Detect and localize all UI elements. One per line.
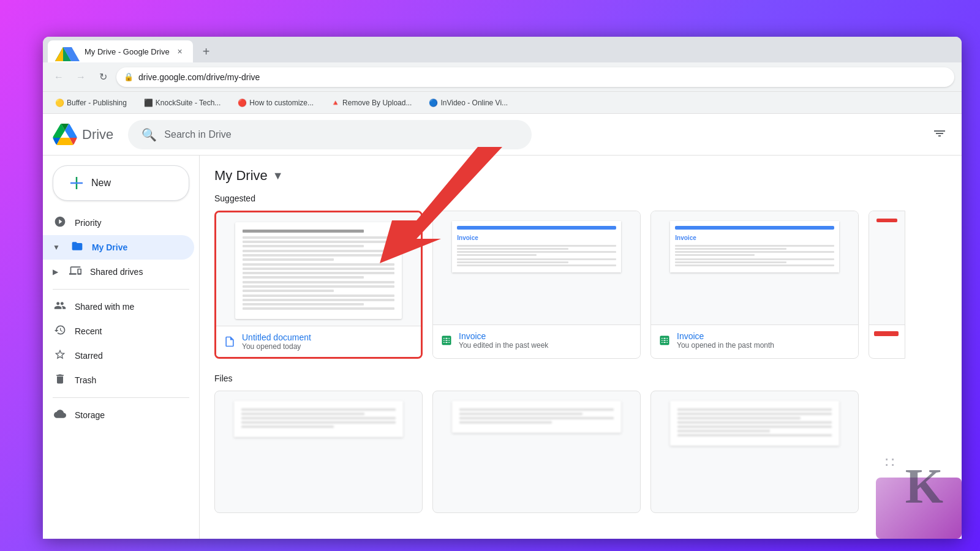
files-grid: [214, 391, 947, 513]
breadcrumb-chevron[interactable]: ▼: [273, 170, 284, 182]
filter-icon[interactable]: [927, 121, 952, 148]
bookmarks-bar: 🟡 Buffer - Publishing ⬛ KnockSuite - Tec…: [43, 92, 962, 114]
file-card-invoice-1[interactable]: Invoice: [432, 211, 641, 359]
bookmark-label-2: How to customize...: [249, 99, 314, 107]
shared-drives-chevron: ▶: [53, 268, 58, 276]
sheets-type-icon-1: [440, 334, 453, 347]
partial-thumbnail: [869, 211, 905, 324]
invoice-preview-2: Invoice: [670, 221, 839, 272]
trash-icon: [53, 373, 67, 388]
recent-icon: [53, 324, 67, 339]
search-bar[interactable]: 🔍 Search in Drive: [128, 120, 531, 149]
sidebar-divider: [53, 289, 189, 290]
file-card-untitled-doc[interactable]: Untitled document You opened today: [214, 211, 423, 359]
files-section-label: Files: [214, 373, 947, 383]
drive-header: Drive 🔍 Search in Drive: [43, 114, 962, 156]
bookmark-label-1: KnockSuite - Tech...: [156, 99, 221, 107]
new-button-label: New: [91, 178, 111, 189]
doc-preview-0: [235, 222, 402, 319]
bookmark-favicon-4: 🔵: [429, 99, 438, 107]
invoice-preview-1: Invoice: [452, 221, 620, 272]
bookmark-item-0[interactable]: 🟡 Buffer - Publishing: [50, 96, 132, 110]
my-drive-icon: [70, 240, 85, 255]
file-info-0: Untitled document You opened today: [216, 326, 421, 357]
bookmark-item-3[interactable]: 🔺 Remove By Upload...: [326, 96, 417, 110]
sidebar-item-label-starred: Starred: [75, 351, 103, 361]
files-section: Files: [214, 373, 947, 513]
new-button[interactable]: New: [53, 165, 189, 201]
tab-close-button[interactable]: ×: [175, 46, 186, 57]
blurred-doc-2: [670, 401, 839, 446]
file-info-1: Invoice You edited in the past week: [433, 324, 640, 356]
url-bar[interactable]: 🔒 drive.google.com/drive/my-drive: [116, 67, 954, 87]
file-info-2: Invoice You opened in the past month: [651, 324, 858, 356]
tab-favicon: [55, 40, 80, 63]
shared-drives-icon: [68, 264, 83, 280]
sidebar: New Priority ▼: [43, 156, 200, 539]
tab-title: My Drive - Google Drive: [85, 47, 170, 56]
drive-logo[interactable]: Drive: [53, 124, 113, 145]
address-bar: ← → ↻ 🔒 drive.google.com/drive/my-drive: [43, 62, 962, 92]
shared-with-me-icon: [53, 299, 67, 315]
bookmark-item-4[interactable]: 🔵 InVideo - Online Vi...: [424, 96, 513, 110]
suggested-grid: Untitled document You opened today Invoi…: [214, 211, 947, 359]
my-drive-chevron: ▼: [53, 243, 60, 252]
file-name-2: Invoice: [677, 331, 851, 341]
new-tab-button[interactable]: +: [198, 43, 215, 60]
sidebar-item-storage[interactable]: Storage: [43, 403, 194, 427]
drive-body: New Priority ▼: [43, 156, 962, 539]
sidebar-item-shared-drives[interactable]: ▶ Shared drives: [43, 260, 194, 284]
sidebar-item-trash[interactable]: Trash: [43, 368, 194, 392]
plus-icon: [68, 174, 85, 192]
bookmark-favicon-1: ⬛: [144, 99, 153, 107]
purple-overlay: [876, 478, 962, 539]
file-thumbnail-2: Invoice: [651, 211, 858, 324]
sidebar-item-recent[interactable]: Recent: [43, 319, 194, 343]
breadcrumb-row: My Drive ▼: [214, 156, 947, 193]
bookmark-favicon-3: 🔺: [331, 99, 340, 107]
forward-button[interactable]: →: [72, 69, 89, 86]
file-name-1: Invoice: [459, 331, 633, 341]
sidebar-item-label-shared-with-me: Shared with me: [75, 302, 134, 312]
refresh-button[interactable]: ↻: [94, 69, 111, 86]
bookmark-label-0: Buffer - Publishing: [67, 99, 127, 107]
suggested-section-label: Suggested: [214, 193, 947, 203]
priority-icon: [53, 216, 67, 231]
active-tab[interactable]: My Drive - Google Drive ×: [48, 40, 193, 62]
storage-icon: [53, 408, 67, 423]
back-button[interactable]: ←: [50, 69, 67, 86]
sidebar-item-starred[interactable]: Starred: [43, 343, 194, 368]
tab-bar: My Drive - Google Drive × +: [43, 37, 962, 62]
file-name-0: Untitled document: [242, 332, 413, 342]
main-area: My Drive ▼ Suggested: [200, 156, 962, 539]
file-details-0: Untitled document You opened today: [242, 332, 413, 351]
bookmark-label-3: Remove By Upload...: [342, 99, 412, 107]
bookmark-label-4: InVideo - Online Vi...: [440, 99, 508, 107]
sidebar-item-label-recent: Recent: [75, 326, 102, 336]
sidebar-item-my-drive[interactable]: ▼ My Drive: [43, 235, 194, 260]
blurred-doc-0: [234, 401, 402, 437]
bookmark-item-1[interactable]: ⬛ KnockSuite - Tech...: [139, 96, 226, 110]
file-thumbnail-0: [216, 212, 421, 326]
search-placeholder-text: Search in Drive: [164, 129, 231, 140]
files-grid-card-2[interactable]: [650, 391, 859, 513]
sidebar-item-label-trash: Trash: [75, 375, 96, 385]
files-grid-card-1[interactable]: [432, 391, 641, 513]
sidebar-item-shared-with-me[interactable]: Shared with me: [43, 294, 194, 319]
sheets-type-icon-2: [658, 334, 671, 347]
file-thumbnail-1: Invoice: [433, 211, 640, 324]
partial-info: [869, 324, 905, 342]
file-card-invoice-2[interactable]: Invoice: [650, 211, 859, 359]
sidebar-item-label-shared-drives: Shared drives: [90, 267, 143, 277]
bookmark-item-2[interactable]: 🔴 How to customize...: [233, 96, 318, 110]
file-card-partial[interactable]: [869, 211, 905, 359]
app-content: Drive 🔍 Search in Drive: [43, 114, 962, 539]
blurred-doc-1: [452, 401, 620, 433]
url-text: drive.google.com/drive/my-drive: [138, 72, 260, 82]
files-grid-card-0[interactable]: [214, 391, 423, 513]
file-details-2: Invoice You opened in the past month: [677, 331, 851, 350]
bookmark-favicon-2: 🔴: [238, 99, 247, 107]
sidebar-item-priority[interactable]: Priority: [43, 211, 194, 235]
file-meta-0: You opened today: [242, 342, 413, 351]
sidebar-item-label-priority: Priority: [75, 218, 102, 228]
